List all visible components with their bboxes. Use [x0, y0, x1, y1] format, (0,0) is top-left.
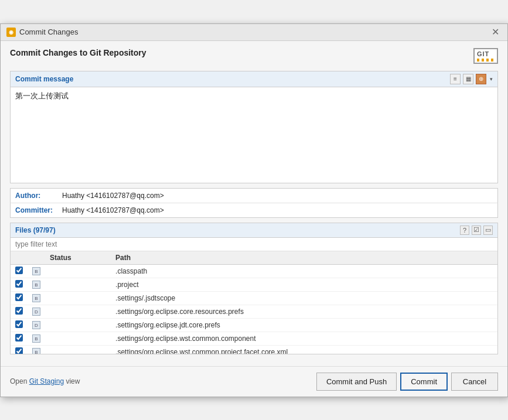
file-path-cell: .settings/.jsdtscope — [111, 291, 497, 305]
dialog-subtitle: Commit Changes to Git Repository — [10, 48, 146, 57]
file-status-cell — [45, 345, 111, 354]
table-row: D .settings/org.eclipse.jdt.core.prefs — [11, 318, 497, 332]
table-row: D .settings/org.eclipse.core.resources.p… — [11, 305, 497, 318]
file-checkbox[interactable] — [15, 307, 23, 315]
col-icon — [28, 251, 45, 265]
file-type-icon: D — [32, 308, 40, 316]
commit-message-title: Commit message — [15, 75, 73, 83]
file-path-cell: .settings/org.eclipse.wst.common.compone… — [111, 332, 497, 345]
file-path-cell: .settings/org.eclipse.wst.common.project… — [111, 345, 497, 354]
dialog-icon: ◉ — [6, 28, 16, 37]
file-check-cell[interactable] — [11, 264, 28, 278]
committer-label: Committer: — [15, 206, 62, 214]
file-check-cell[interactable] — [11, 305, 28, 318]
commit-message-toolbar: ≡ ▦ ⊕ ▾ — [450, 74, 493, 84]
close-button[interactable]: ✕ — [489, 28, 502, 37]
file-path-cell: .settings/org.eclipse.jdt.core.prefs — [111, 318, 497, 332]
footer-open-staging: Open Git Staging view — [10, 377, 80, 385]
file-status-cell — [45, 291, 111, 305]
files-header-icons: ? ☑ ▭ — [460, 226, 493, 235]
file-checkbox[interactable] — [15, 347, 23, 354]
files-list: Status Path B .classpath B — [11, 251, 497, 354]
git-logo: GIT — [473, 48, 498, 64]
dialog-content: Commit Changes to Git Repository GIT Com… — [1, 41, 507, 366]
file-path-cell: .project — [111, 278, 497, 291]
file-type-icon: B — [32, 334, 40, 343]
file-path-cell: .classpath — [111, 264, 497, 278]
file-type-icon: B — [32, 281, 40, 289]
commit-message-section: Commit message ≡ ▦ ⊕ ▾ 第一次上传测试 — [10, 71, 498, 183]
dialog-header: Commit Changes to Git Repository GIT — [10, 48, 498, 64]
file-check-cell[interactable] — [11, 278, 28, 291]
author-value: Huathy <1416102787@qq.com> — [62, 192, 164, 200]
file-type-icon: B — [32, 294, 40, 302]
table-row: B .settings/.jsdtscope — [11, 291, 497, 305]
file-check-cell[interactable] — [11, 291, 28, 305]
table-row: B .settings/org.eclipse.wst.common.proje… — [11, 345, 497, 354]
table-row: B .project — [11, 278, 497, 291]
commit-message-input[interactable]: 第一次上传测试 — [11, 87, 497, 181]
files-filter-input[interactable] — [11, 238, 497, 251]
file-icon-cell: D — [28, 318, 45, 332]
open-text: Open — [10, 377, 27, 385]
commit-and-push-button[interactable]: Commit and Push — [316, 373, 397, 391]
file-icon-cell: B — [28, 291, 45, 305]
file-checkbox[interactable] — [15, 293, 23, 301]
toolbar-btn-3[interactable]: ⊕ — [476, 74, 486, 84]
view-text: view — [66, 377, 80, 385]
file-type-icon: B — [32, 267, 40, 275]
file-type-icon: B — [32, 348, 40, 354]
table-row: B .settings/org.eclipse.wst.common.compo… — [11, 332, 497, 345]
file-status-cell — [45, 264, 111, 278]
toolbar-dropdown-arrow[interactable]: ▾ — [490, 76, 493, 82]
git-staging-link[interactable]: Git Staging — [29, 377, 64, 385]
title-bar: ◉ Commit Changes ✕ — [1, 24, 507, 41]
files-table-header: Status Path — [11, 251, 497, 265]
files-check-all-icon[interactable]: ☑ — [472, 226, 481, 235]
files-table: Status Path B .classpath B — [11, 251, 497, 354]
toolbar-btn-1[interactable]: ≡ — [450, 74, 461, 84]
commit-dialog: ◉ Commit Changes ✕ Commit Changes to Git… — [0, 23, 508, 397]
file-status-cell — [45, 305, 111, 318]
committer-value: Huathy <1416102787@qq.com> — [62, 206, 164, 214]
commit-message-header: Commit message ≡ ▦ ⊕ ▾ — [11, 71, 497, 87]
file-check-cell[interactable] — [11, 318, 28, 332]
file-path-cell: .settings/org.eclipse.core.resources.pre… — [111, 305, 497, 318]
col-path: Path — [111, 251, 497, 265]
file-checkbox[interactable] — [15, 280, 23, 288]
files-table-body: B .classpath B .project B .settings/.jsd… — [11, 264, 497, 354]
toolbar-btn-2[interactable]: ▦ — [463, 74, 473, 84]
file-icon-cell: D — [28, 305, 45, 318]
file-icon-cell: B — [28, 264, 45, 278]
footer-buttons: Commit and Push Commit Cancel — [316, 373, 498, 391]
commit-button[interactable]: Commit — [400, 373, 448, 391]
title-bar-left: ◉ Commit Changes — [6, 28, 78, 37]
author-label: Author: — [15, 192, 62, 200]
file-icon-cell: B — [28, 278, 45, 291]
table-row: B .classpath — [11, 264, 497, 278]
file-checkbox[interactable] — [15, 320, 23, 328]
file-checkbox[interactable] — [15, 267, 23, 274]
file-status-cell — [45, 332, 111, 345]
file-check-cell[interactable] — [11, 345, 28, 354]
dialog-footer: Open Git Staging view Commit and Push Co… — [1, 366, 507, 397]
file-icon-cell: B — [28, 345, 45, 354]
file-status-cell — [45, 318, 111, 332]
file-icon-cell: B — [28, 332, 45, 345]
dialog-title: Commit Changes — [19, 28, 78, 36]
files-section: Files (97/97) ? ☑ ▭ Status Path — [10, 223, 498, 354]
files-collapse-icon[interactable]: ▭ — [483, 226, 493, 235]
files-title: Files (97/97) — [15, 226, 56, 234]
author-row: Author: Huathy <1416102787@qq.com> — [10, 188, 498, 203]
file-type-icon: D — [32, 321, 40, 329]
file-status-cell — [45, 278, 111, 291]
col-status: Status — [45, 251, 111, 265]
file-check-cell[interactable] — [11, 332, 28, 345]
cancel-button[interactable]: Cancel — [451, 373, 498, 391]
files-header: Files (97/97) ? ☑ ▭ — [11, 223, 497, 238]
file-checkbox[interactable] — [15, 334, 23, 342]
committer-row: Committer: Huathy <1416102787@qq.com> — [10, 203, 498, 218]
col-check — [11, 251, 28, 265]
files-help-icon[interactable]: ? — [460, 226, 469, 235]
